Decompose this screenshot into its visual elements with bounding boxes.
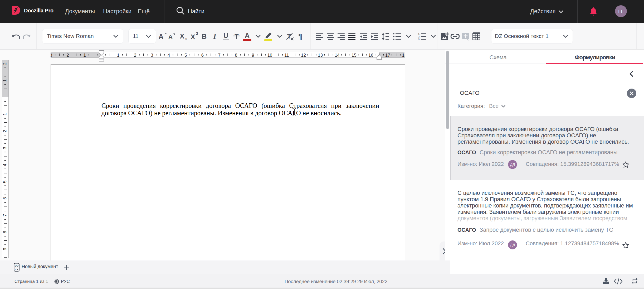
svg-text:X: X	[180, 32, 184, 40]
svg-text:3: 3	[418, 38, 419, 40]
svg-text:1: 1	[418, 33, 419, 35]
svg-text:T: T	[287, 33, 291, 40]
svg-text:X: X	[191, 33, 195, 41]
svg-text:2: 2	[418, 35, 419, 38]
svg-text:2: 2	[185, 37, 187, 41]
svg-text:DO: DO	[15, 264, 18, 267]
svg-text:U: U	[223, 32, 228, 39]
svg-text:A: A	[245, 32, 250, 39]
svg-text:CX: CX	[15, 268, 18, 271]
svg-text:2: 2	[196, 32, 198, 36]
svg-text:A: A	[158, 33, 164, 41]
svg-text:A: A	[168, 33, 173, 40]
svg-text:T: T	[235, 33, 238, 40]
